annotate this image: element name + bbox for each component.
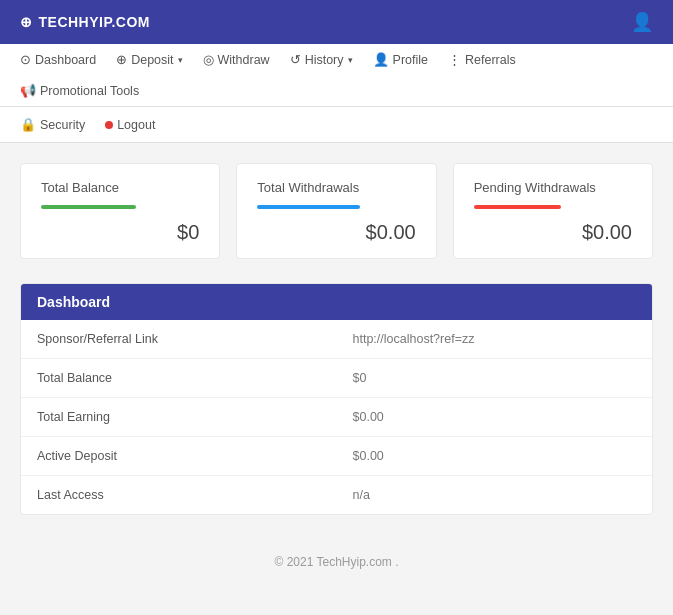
nav-profile[interactable]: 👤 Profile — [363, 44, 438, 75]
stat-bar-green — [41, 205, 136, 209]
stat-card-pending-withdrawals: Pending Withdrawals $0.00 — [453, 163, 653, 259]
table-row: Sponsor/Referral Linkhttp://localhost?re… — [21, 320, 652, 359]
stat-card-total-balance-title: Total Balance — [41, 180, 199, 195]
row-label: Sponsor/Referral Link — [21, 320, 337, 359]
nav-referrals-label: Referrals — [465, 53, 516, 67]
nav-logout[interactable]: Logout — [95, 110, 165, 140]
nav-security[interactable]: 🔒 Security — [10, 109, 95, 140]
stat-bar-blue — [257, 205, 360, 209]
user-icon[interactable]: 👤 — [631, 11, 653, 33]
stat-card-total-balance: Total Balance $0 — [20, 163, 220, 259]
row-label: Last Access — [21, 476, 337, 515]
topbar: ⊕ TECHHYIP.COM 👤 — [0, 0, 673, 44]
nav-referrals[interactable]: ⋮ Referrals — [438, 44, 526, 75]
table-row: Active Deposit$0.00 — [21, 437, 652, 476]
main-content: Total Balance $0 Total Withdrawals $0.00… — [0, 143, 673, 535]
nav-dashboard-label: Dashboard — [35, 53, 96, 67]
stat-card-pending-withdrawals-value: $0.00 — [474, 221, 632, 244]
withdraw-icon: ◎ — [203, 52, 214, 67]
footer-text: © 2021 TechHyip.com . — [274, 555, 398, 569]
nav-withdraw[interactable]: ◎ Withdraw — [193, 44, 280, 75]
history-arrow-icon: ▾ — [348, 55, 353, 65]
brand-icon: ⊕ — [20, 14, 33, 30]
brand: ⊕ TECHHYIP.COM — [20, 14, 150, 30]
stat-cards-container: Total Balance $0 Total Withdrawals $0.00… — [20, 163, 653, 259]
main-nav: ⊙ Dashboard ⊕ Deposit ▾ ◎ Withdraw ↺ His… — [0, 44, 673, 107]
row-label: Total Earning — [21, 398, 337, 437]
dashboard-table: Sponsor/Referral Linkhttp://localhost?re… — [21, 320, 652, 514]
profile-icon: 👤 — [373, 52, 389, 67]
dashboard-section: Dashboard Sponsor/Referral Linkhttp://lo… — [20, 283, 653, 515]
row-label: Total Balance — [21, 359, 337, 398]
deposit-arrow-icon: ▾ — [178, 55, 183, 65]
nav-profile-label: Profile — [393, 53, 428, 67]
row-value: n/a — [337, 476, 653, 515]
row-value: $0.00 — [337, 437, 653, 476]
sub-nav: 🔒 Security Logout — [0, 107, 673, 143]
nav-promo[interactable]: 📢 Promotional Tools — [10, 75, 149, 106]
security-icon: 🔒 — [20, 117, 36, 132]
stat-card-total-withdrawals-title: Total Withdrawals — [257, 180, 415, 195]
nav-history-label: History — [305, 53, 344, 67]
nav-promo-label: Promotional Tools — [40, 84, 139, 98]
row-value: http://localhost?ref=zz — [337, 320, 653, 359]
nav-withdraw-label: Withdraw — [218, 53, 270, 67]
row-label: Active Deposit — [21, 437, 337, 476]
stat-card-pending-withdrawals-title: Pending Withdrawals — [474, 180, 632, 195]
stat-card-total-withdrawals-value: $0.00 — [257, 221, 415, 244]
nav-dashboard[interactable]: ⊙ Dashboard — [10, 44, 106, 75]
table-row: Last Accessn/a — [21, 476, 652, 515]
promo-icon: 📢 — [20, 83, 36, 98]
brand-name: TECHHYIP.COM — [39, 14, 151, 30]
dashboard-icon: ⊙ — [20, 52, 31, 67]
nav-deposit-label: Deposit — [131, 53, 173, 67]
deposit-icon: ⊕ — [116, 52, 127, 67]
table-row: Total Balance$0 — [21, 359, 652, 398]
nav-logout-label: Logout — [117, 118, 155, 132]
table-row: Total Earning$0.00 — [21, 398, 652, 437]
stat-card-total-withdrawals: Total Withdrawals $0.00 — [236, 163, 436, 259]
history-icon: ↺ — [290, 52, 301, 67]
dashboard-header: Dashboard — [21, 284, 652, 320]
referrals-icon: ⋮ — [448, 52, 461, 67]
logout-dot-icon — [105, 121, 113, 129]
nav-security-label: Security — [40, 118, 85, 132]
stat-bar-red — [474, 205, 561, 209]
row-value: $0 — [337, 359, 653, 398]
row-value: $0.00 — [337, 398, 653, 437]
footer: © 2021 TechHyip.com . — [0, 535, 673, 589]
nav-history[interactable]: ↺ History ▾ — [280, 44, 363, 75]
nav-deposit[interactable]: ⊕ Deposit ▾ — [106, 44, 192, 75]
stat-card-total-balance-value: $0 — [41, 221, 199, 244]
